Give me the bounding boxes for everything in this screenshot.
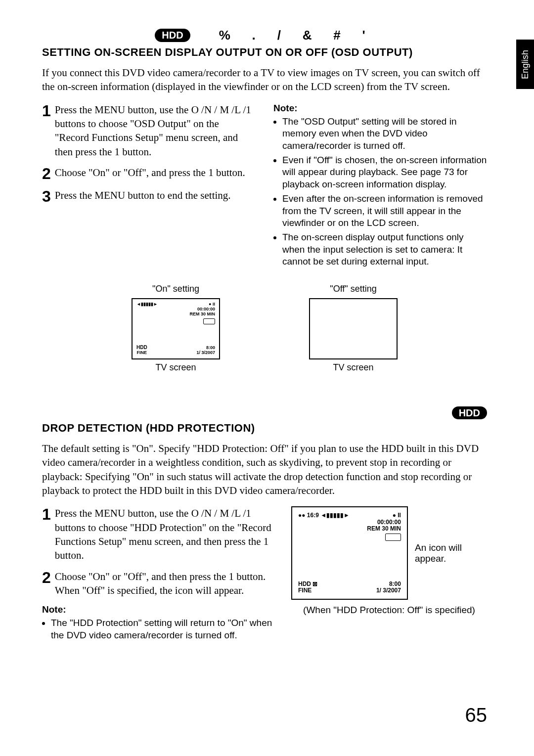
counter-time: 00:00:00	[197, 307, 215, 311]
hdd-badge: HDD	[155, 29, 190, 42]
battery-icon	[385, 534, 401, 541]
clock-date: 1/ 3/2007	[196, 350, 215, 355]
page-number: 65	[465, 704, 488, 726]
tv-overlay-bottom-left: HDD ⊠ FINE	[298, 581, 317, 594]
tv-caption: TV screen	[309, 362, 398, 373]
hdd-icon: HDD	[298, 580, 311, 587]
media-badge-row: HDD % . / & # '	[42, 27, 487, 43]
note-item: The "OSD Output" setting will be stored …	[282, 116, 487, 152]
hdd-icon: HDD	[136, 345, 147, 350]
section-intro: If you connect this DVD video camera/rec…	[42, 66, 487, 94]
icon-annotation: An icon will appear.	[415, 542, 487, 564]
off-setting-block: "Off" setting TV screen	[309, 284, 398, 373]
on-setting-block: "On" setting ◄▮▮▮▮▮► ● II 00:00:00 REM 3…	[132, 284, 220, 373]
step-number: 1	[42, 506, 51, 522]
illustration-caption: (When "HDD Protection: Off" is specified…	[291, 605, 487, 616]
hdd-badge: HDD	[452, 406, 487, 419]
media-icons: % . / & # '	[210, 27, 374, 43]
media-icon: /	[277, 28, 281, 43]
illustration-wrap: ●● 16:9 ◄▮▮▮▮▮► ● II 00:00:00 REM 30 MIN…	[291, 506, 487, 600]
steps-column: 1 Press the MENU button, use the O /N / …	[42, 506, 273, 651]
clock-time: 8:00	[389, 580, 401, 587]
media-icon: .	[252, 28, 256, 43]
step-number: 3	[42, 188, 51, 204]
step-text: Choose "On" or "Off", and then press the…	[55, 570, 273, 598]
media-icon: #	[333, 28, 340, 43]
step-3: 3 Press the MENU button to end the setti…	[42, 188, 256, 204]
notes-column: Note: The "OSD Output" setting will be s…	[273, 103, 487, 270]
step-2: 2 Choose "On" or "Off", and press the 1 …	[42, 166, 256, 181]
step-number: 2	[42, 570, 51, 585]
language-tab: English	[516, 40, 534, 89]
note-list: The "HDD Protection" setting will return…	[42, 617, 273, 641]
on-setting-label: "On" setting	[132, 284, 220, 294]
counter-time: 00:00:00	[377, 519, 401, 526]
step-1: 1 Press the MENU button, use the O /N / …	[42, 506, 273, 562]
step-number: 2	[42, 166, 51, 181]
note-item: Even if "Off" is chosen, the on-screen i…	[282, 154, 487, 191]
media-icon: &	[303, 28, 312, 43]
note-item: The on-screen display output functions o…	[282, 231, 487, 268]
note-heading: Note:	[42, 604, 273, 615]
note-item: The "HDD Protection" setting will return…	[51, 617, 273, 641]
section-heading-hdd: DROP DETECTION (HDD PROTECTION)	[42, 422, 487, 435]
tv-overlay-bottom-right: 8:00 1/ 3/2007	[196, 346, 215, 356]
section-intro: The default setting is "On". Specify "HD…	[42, 442, 487, 497]
media-icon: %	[219, 28, 230, 43]
hdd-protection-off-icon: ⊠	[312, 580, 317, 587]
illustration-column: ●● 16:9 ◄▮▮▮▮▮► ● II 00:00:00 REM 30 MIN…	[291, 506, 487, 651]
tv-screen-hdd-off: ●● 16:9 ◄▮▮▮▮▮► ● II 00:00:00 REM 30 MIN…	[291, 506, 408, 600]
step-text: Press the MENU button to end the setting…	[55, 188, 231, 202]
tv-overlay-top-right: ● II 00:00:00 REM 30 MIN	[189, 302, 215, 326]
step-text: Press the MENU button, use the O /N / M …	[55, 506, 273, 562]
hdd-badge-right: HDD	[42, 407, 487, 419]
note-list: The "OSD Output" setting will be stored …	[273, 116, 487, 268]
tv-screen-off	[309, 298, 398, 359]
tv-screen-on: ◄▮▮▮▮▮► ● II 00:00:00 REM 30 MIN HDD FIN…	[132, 298, 220, 359]
manual-page: English HDD % . / & # ' SETTING ON-SCREE…	[0, 0, 534, 756]
step-text: Press the MENU button, use the O /N / M …	[55, 103, 256, 159]
clock-date: 1/ 3/2007	[376, 587, 401, 594]
step-1: 1 Press the MENU button, use the O /N / …	[42, 103, 256, 159]
remaining-time: REM 30 MIN	[189, 311, 215, 316]
tv-screens-row: "On" setting ◄▮▮▮▮▮► ● II 00:00:00 REM 3…	[42, 284, 487, 373]
note-heading: Note:	[273, 103, 487, 114]
tv-overlay-battery: ◄▮▮▮▮▮►	[136, 302, 158, 307]
quality-label: FINE	[298, 587, 312, 594]
steps-column: 1 Press the MENU button, use the O /N / …	[42, 103, 256, 270]
tv-overlay-top-right: ● II 00:00:00 REM 30 MIN	[367, 512, 401, 542]
rec-pause-icon: ● II	[209, 302, 215, 307]
media-icon: '	[362, 28, 365, 43]
step-number: 1	[42, 103, 51, 119]
tv-overlay-bottom-left: HDD FINE	[136, 345, 147, 356]
off-setting-label: "Off" setting	[309, 284, 398, 294]
step-text: Choose "On" or "Off", and press the 1 bu…	[55, 166, 245, 179]
tv-overlay-top-left: ●● 16:9 ◄▮▮▮▮▮►	[298, 512, 350, 519]
remaining-time: REM 30 MIN	[367, 525, 401, 532]
battery-icon	[203, 318, 215, 324]
two-column-layout: 1 Press the MENU button, use the O /N / …	[42, 103, 487, 270]
tv-overlay-bottom-right: 8:00 1/ 3/2007	[376, 581, 401, 594]
section-heading-osd: SETTING ON-SCREEN DISPLAY OUTPUT ON OR O…	[42, 46, 487, 59]
step-2: 2 Choose "On" or "Off", and then press t…	[42, 570, 273, 598]
tv-caption: TV screen	[132, 362, 220, 373]
rec-pause-icon: ● II	[393, 512, 401, 519]
clock-time: 8:00	[206, 345, 215, 350]
two-column-layout: 1 Press the MENU button, use the O /N / …	[42, 506, 487, 651]
quality-label: FINE	[137, 350, 147, 355]
section-hdd-protection: HDD DROP DETECTION (HDD PROTECTION) The …	[42, 407, 487, 651]
note-item: Even after the on-screen information is …	[282, 193, 487, 229]
